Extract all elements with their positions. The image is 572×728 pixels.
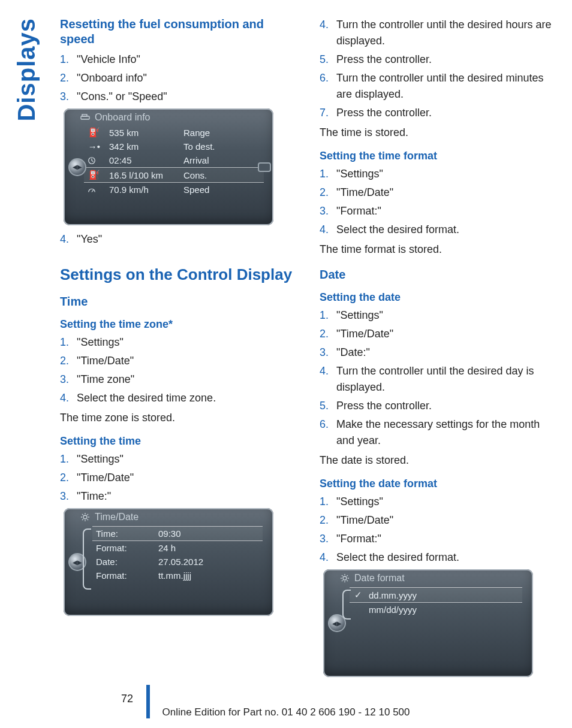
svg-line-10 xyxy=(82,519,83,521)
step-text: Make the necessary settings for the mont… xyxy=(336,416,558,449)
page-footer: 72 Online Edition for Part no. 01 40 2 6… xyxy=(0,706,572,718)
step-text: "Date:" xyxy=(336,345,558,361)
row-label: Arrival xyxy=(183,155,231,165)
time-format-stored-note: The time format is stored. xyxy=(320,241,558,257)
step-num: 3. xyxy=(320,345,336,361)
heading-reset: Resetting the fuel consumption and speed xyxy=(60,17,298,47)
step-text: Press the controller. xyxy=(336,398,558,414)
step-text: "Format:" xyxy=(336,203,558,219)
bracket-icon xyxy=(342,590,351,620)
row-value: tt.mm.jjjj xyxy=(158,570,230,581)
svg-line-8 xyxy=(82,514,83,515)
right-column: 4.Turn the controller until the desired … xyxy=(320,17,558,683)
step-num: 3. xyxy=(60,488,77,505)
set-time-steps-cont: 4.Turn the controller until the desired … xyxy=(320,17,558,121)
step-num: 1. xyxy=(60,334,77,351)
row-value: 535 km xyxy=(109,128,175,138)
idrive-option: mm/dd/yyyy xyxy=(350,603,522,617)
section-side-tab: Displays xyxy=(13,18,40,122)
reset-step-4: 4."Yes" xyxy=(60,231,298,247)
step-num: 3. xyxy=(320,531,336,547)
step-text: "Yes" xyxy=(77,231,298,247)
step-text: "Time/Date" xyxy=(77,470,298,486)
row-value: 24 h xyxy=(158,543,230,553)
step-text: Select the desired time zone. xyxy=(77,390,298,406)
step-num: 1. xyxy=(320,166,336,182)
joystick-icon: ◀▶ xyxy=(68,158,86,176)
idrive-row-selected: Time: 09:30 xyxy=(92,526,263,541)
step-num: 2. xyxy=(60,470,77,486)
time-format-steps: 1."Settings" 2."Time/Date" 3."Format:" 4… xyxy=(320,166,558,238)
bracket-icon xyxy=(83,528,91,590)
side-button-icon xyxy=(258,162,271,172)
step-num: 4. xyxy=(60,231,77,247)
svg-line-19 xyxy=(342,581,343,582)
idrive-row-selected: ⛽ 16.5 l/100 km Cons. xyxy=(84,167,264,183)
idrive-onboard-info-panel: Onboard info ◀▶ ⛽ 535 km Range →• 342 km… xyxy=(64,108,273,225)
step-text: Turn the controller until the desired ho… xyxy=(336,17,558,49)
row-label: Speed xyxy=(183,185,231,195)
idrive-title: Date format xyxy=(323,569,533,586)
row-value: 09:30 xyxy=(158,528,230,539)
idrive-title: Onboard info xyxy=(64,108,273,125)
step-num: 4. xyxy=(320,549,336,566)
step-text: Select the desired format. xyxy=(336,549,558,566)
footer-accent-bar xyxy=(146,685,150,718)
option-label: dd.mm.yyyy xyxy=(369,590,417,600)
idrive-rows: ⛽ 535 km Range →• 342 km To dest. 02:45 … xyxy=(84,125,264,197)
idrive-title-text: Time/Date xyxy=(95,512,139,522)
step-text: "Time/Date" xyxy=(336,326,558,342)
step-num: 3. xyxy=(320,203,336,219)
idrive-title: Time/Date xyxy=(64,508,273,525)
step-num: 7. xyxy=(320,105,336,121)
svg-line-9 xyxy=(88,519,89,521)
step-text: Select the desired format. xyxy=(336,222,558,238)
step-num: 4. xyxy=(320,363,336,379)
set-date-steps: 1."Settings" 2."Time/Date" 3."Date:" 4.T… xyxy=(320,307,558,449)
step-text: "Vehicle Info" xyxy=(77,52,298,68)
step-text: "Cons." or "Speed" xyxy=(77,89,298,105)
idrive-row: 70.9 km/h Speed xyxy=(84,183,264,197)
step-num: 3. xyxy=(60,89,77,105)
date-stored-note: The date is stored. xyxy=(320,452,558,468)
step-text: "Time zone" xyxy=(77,371,298,388)
step-text: "Time/Date" xyxy=(336,512,558,528)
row-label: Cons. xyxy=(183,170,231,180)
row-value: 02:45 xyxy=(109,155,175,165)
step-num: 2. xyxy=(320,512,336,528)
step-num: 1. xyxy=(60,451,77,467)
page-number: 72 xyxy=(121,693,133,705)
step-text: "Settings" xyxy=(336,494,558,510)
set-time-steps: 1."Settings" 2."Time/Date" 3."Time:" xyxy=(60,451,298,505)
row-value: 27.05.2012 xyxy=(158,557,230,567)
idrive-list: ✓ dd.mm.yyyy mm/dd/yyyy xyxy=(323,587,533,617)
svg-line-20 xyxy=(347,575,348,576)
heading-time-zone: Setting the time zone* xyxy=(60,318,298,331)
idrive-row: Format: 24 h xyxy=(92,541,263,555)
clock-icon xyxy=(88,156,101,165)
step-text: "Settings" xyxy=(336,166,558,182)
heading-date: Date xyxy=(320,268,558,282)
svg-line-18 xyxy=(347,581,348,582)
idrive-title-text: Onboard info xyxy=(95,112,150,123)
svg-point-12 xyxy=(343,576,347,580)
heading-set-time: Setting the time xyxy=(60,435,298,448)
heading-settings-section: Settings on the Control Display xyxy=(60,265,298,284)
step-text: "Time/Date" xyxy=(77,353,298,369)
footer-text: Online Edition for Part no. 01 40 2 606 … xyxy=(162,706,410,718)
idrive-row: →• 342 km To dest. xyxy=(84,140,264,153)
idrive-row: ⛽ 535 km Range xyxy=(84,125,264,140)
step-text: Turn the controller until the desired da… xyxy=(336,363,558,395)
option-label: mm/dd/yyyy xyxy=(369,605,417,615)
heading-time-format: Setting the time format xyxy=(320,150,558,162)
step-num: 4. xyxy=(320,17,336,33)
step-num: 1. xyxy=(320,307,336,324)
timezone-steps: 1."Settings" 2."Time/Date" 3."Time zone"… xyxy=(60,334,298,406)
step-num: 2. xyxy=(320,185,336,201)
svg-rect-0 xyxy=(81,116,89,119)
step-num: 5. xyxy=(320,398,336,414)
step-num: 2. xyxy=(60,70,77,86)
svg-rect-1 xyxy=(82,114,87,116)
car-icon xyxy=(80,113,90,122)
svg-point-3 xyxy=(83,515,87,519)
